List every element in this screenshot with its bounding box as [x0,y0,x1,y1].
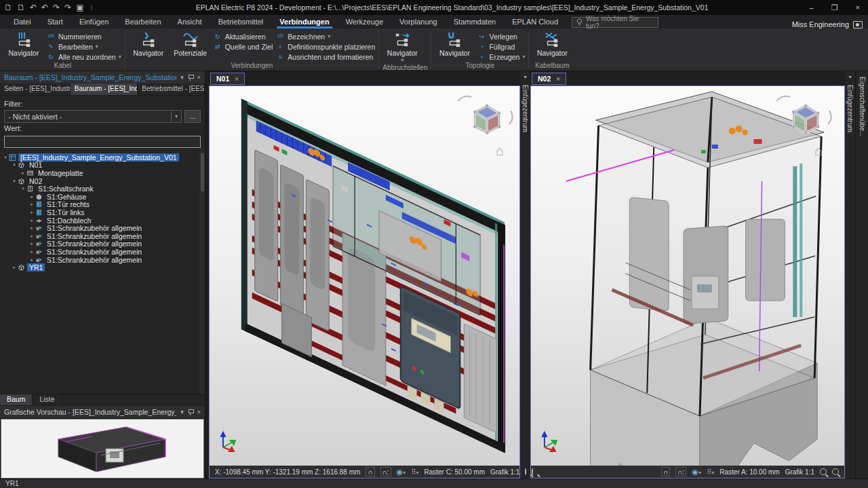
grid-icon[interactable]: ⠿▾ [411,468,418,476]
ribbon-tab[interactable]: Start [39,16,71,29]
tree-row[interactable]: ▾ N01 [0,162,205,170]
ribbon-tab[interactable]: Werkzeuge [338,16,391,29]
filter-combobox[interactable]: - Nicht aktiviert - ▾ [4,110,182,123]
tab-close-icon[interactable]: × [235,75,239,83]
dock-menu-icon[interactable]: ▾ [180,74,184,81]
combo-arrow-icon[interactable]: ▾ [171,111,178,122]
kabel-navigator-button[interactable]: Navigator [4,30,43,57]
tree-expander-icon[interactable]: ▸ [28,225,35,231]
quelle-und-ziel-button[interactable]: Quelle und Ziel [213,42,273,51]
ribbon-tab[interactable]: Einfügen [71,16,117,29]
wert-input[interactable] [4,136,201,148]
tree-row[interactable]: ▸ S1:Schrankzubehör allgemein [0,232,205,240]
user-account[interactable]: Miss Engineering [792,20,868,29]
filter-more-button[interactable]: ... [184,110,201,123]
tree-row[interactable]: ▸ S1:Dachblech [0,217,205,225]
tree-row[interactable]: ▾ [EES]_Industry_Sample_Energy_Substatio… [0,153,205,162]
ribbon-tab[interactable]: Ansicht [170,16,210,29]
tree-row[interactable]: ▸ S1:Schrankzubehör allgemein [0,256,205,264]
tree-expander-icon[interactable]: ▸ [28,257,35,263]
snap-icon[interactable]: ∩ [661,467,670,476]
tree-expander-icon[interactable]: ▾ [11,162,18,168]
topologie-navigator-button[interactable]: Navigator [435,30,474,57]
redo-icon[interactable]: ↷ [53,1,60,14]
einfuegezentrum-tab[interactable]: Einfügezentrum [521,85,529,132]
ausrichten-button[interactable]: Ausrichten und formatieren [275,52,375,61]
tree-row[interactable]: ▸ S1:Schrankzubehör allgemein [0,224,205,232]
qat-customize-icon[interactable]: ⋮ [89,1,95,14]
einfuegezentrum-tab[interactable]: Einfügezentrum [846,85,854,132]
tree-row[interactable]: ▸ S1:Schrankzubehör allgemein [0,240,205,248]
dock-tab[interactable]: Betriebsmittel - [EES]_Ind... [138,83,205,95]
tree-expander-icon[interactable]: ▸ [28,218,35,223]
open-page-icon[interactable]: 🗋 [17,1,25,14]
n01-3d-canvas[interactable]: ⌂ [210,86,519,466]
tree-row[interactable]: ▸ Montageplatte [0,169,205,177]
tree-expander-icon[interactable]: ▾ [11,179,18,184]
ribbon-tab[interactable]: Vorplanung [391,16,446,29]
tab-n02[interactable]: N02 × [532,73,566,85]
ribbon-tab[interactable]: EPLAN Cloud [504,16,566,29]
zoom-out-icon[interactable] [820,468,827,475]
object-snap-icon[interactable]: ∩: [675,467,686,476]
new-page-icon[interactable]: 🗋 [4,1,12,14]
preview-menu-icon[interactable]: ▾ [180,409,184,415]
eigenschaften-tab[interactable]: Eigenschaftenübe... [859,77,866,136]
ribbon-tab[interactable]: Datei [5,16,39,29]
tab-close-icon[interactable]: × [556,75,560,83]
tree-row[interactable]: ▸ YR1 [0,263,205,271]
visibility-icon[interactable]: ◉▾ [692,468,701,476]
tree-expander-icon[interactable]: ▸ [28,210,35,215]
view-tab[interactable]: Baum [0,394,33,405]
search-box[interactable]: Was möchten Sie tun? [572,17,658,28]
ribbon-tab[interactable]: Stammdaten [446,16,504,29]
tree-expander-icon[interactable]: ▾ [2,155,9,160]
tree-expander-icon[interactable]: ▸ [11,265,18,270]
tree-row[interactable]: ▸ S1:Tür links [0,208,205,217]
nummerieren-button[interactable]: Nummerieren [46,32,121,41]
preview-close-icon[interactable]: × [197,409,201,415]
aktualisieren-button[interactable]: Aktualisieren [213,32,273,41]
tab-list-dropdown-icon[interactable]: ▾ [524,71,526,82]
dock-tab[interactable]: Seiten - [EES]_Industry_Sa... [0,83,71,95]
grid-icon[interactable]: ⠿▾ [707,468,714,476]
verbindungen-navigator-button[interactable]: Navigator [129,30,168,57]
close-button[interactable]: × [856,3,860,12]
pin-icon[interactable] [188,74,193,81]
snap-icon[interactable]: ∩ [366,467,374,476]
kabel-bearbeiten-button[interactable]: Bearbeiten▾ [46,42,121,51]
object-snap-icon[interactable]: ∩: [380,467,391,476]
ribbon-tab[interactable]: Bearbeiten [117,16,169,29]
tab-list-dropdown-icon[interactable]: ▾ [848,71,851,82]
undo-icon[interactable]: ↶ [30,1,37,14]
definitionspunkte-button[interactable]: Definitionspunkte platzieren [275,42,375,51]
view-tab[interactable]: Liste [33,394,62,405]
n02-3d-canvas[interactable]: ⌂ [531,86,844,466]
tree-row[interactable]: ▸ S1:Schrankzubehör allgemein [0,248,205,256]
tree-expander-icon[interactable]: ▸ [28,249,35,255]
kabelbaum-navigator-button[interactable]: Navigator [532,30,572,57]
dock-tab[interactable]: Bauraum - [EES]_Industry... [71,83,138,95]
tree-row[interactable]: ▸ S1:Tür rechts [0,201,205,209]
bezeichnen-button[interactable]: Bezeichnen▾ [275,32,375,41]
zoom-in-icon[interactable] [832,468,839,475]
tree-expander-icon[interactable]: ▸ [20,170,26,176]
erzeugen-button[interactable]: Erzeugen▾ [477,52,525,61]
graphic-preview[interactable] [1,419,204,478]
ribbon-tab[interactable]: Betriebsmittel [210,16,272,29]
potenziale-button[interactable]: Potenziale [171,30,210,57]
restore-button[interactable]: ❐ [831,3,838,12]
tab-n01[interactable]: N01 × [210,73,245,85]
tree-expander-icon[interactable]: ▸ [28,233,35,239]
pin-icon[interactable] [188,409,193,415]
tree-row[interactable]: ▾ N02 [0,177,205,185]
tree-expander-icon[interactable]: ▾ [20,186,26,191]
undo-history-icon[interactable]: ↶ [41,1,48,14]
tree-expander-icon[interactable]: ▸ [28,194,35,200]
abbruchstellen-navigator-button[interactable]: Navigator ▾ [382,30,422,63]
ribbon-tab[interactable]: Verbindungen [271,16,337,29]
visibility-icon[interactable]: ◉▾ [397,468,406,476]
tree-expander-icon[interactable]: ▸ [28,241,35,246]
fuellgrad-button[interactable]: Füllgrad [477,42,525,51]
redo-history-icon[interactable]: ↷ [64,1,71,14]
